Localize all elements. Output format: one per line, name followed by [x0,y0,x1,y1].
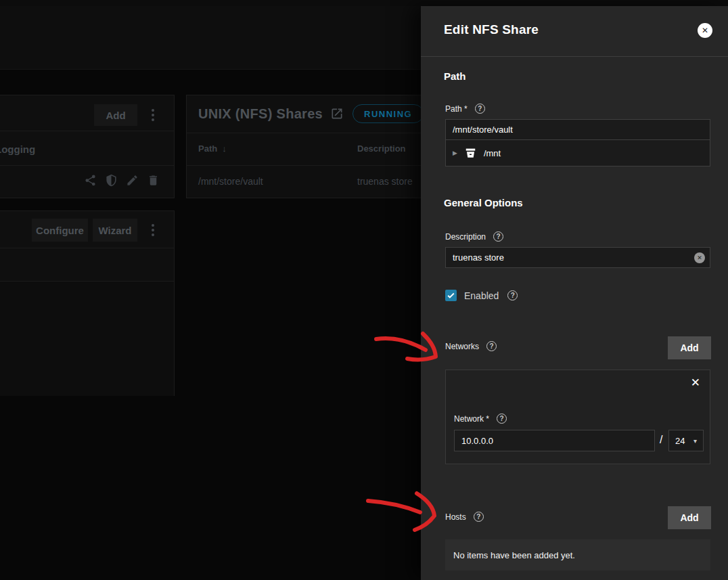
hosts-empty-state: No items have been added yet. [445,539,710,571]
screen: Add Logging Configure Wizard UNIX (NFS) … [0,0,728,580]
network-help-icon[interactable]: ? [497,414,507,424]
networks-help-icon[interactable]: ? [486,341,497,351]
nfs-card-header: UNIX (NFS) Shares RUNNING [198,104,424,123]
column-header-description: Description [357,143,406,154]
network-input[interactable] [454,430,655,451]
add-network-button[interactable]: Add [668,336,711,359]
status-badge: RUNNING [352,104,424,123]
description-input[interactable] [445,247,710,268]
divider [0,165,174,166]
add-host-button[interactable]: Add [668,506,711,529]
panel-title: Edit NFS Share [444,22,539,37]
panel-header: Edit NFS Share ✕ [421,6,728,57]
wizard-button[interactable]: Wizard [93,219,137,242]
row-label: Logging [0,143,35,155]
configure-button[interactable]: Configure [32,219,88,242]
divider [187,165,432,166]
edit-nfs-share-panel: Edit NFS Share ✕ Path Path * ? ▶ /mnt Ge… [421,6,728,580]
card-nfs-shares: UNIX (NFS) Shares RUNNING Path ↓ Descrip… [186,95,433,198]
path-input[interactable] [445,119,710,140]
path-field-label: Path * [445,104,468,114]
enabled-checkbox[interactable] [445,290,457,301]
remove-network-icon[interactable]: ✕ [691,376,700,390]
cidr-separator: / [660,434,662,446]
kebab-menu-icon[interactable] [152,109,154,121]
chevron-down-icon: ▾ [693,437,697,445]
path-field-label-row: Path * ? [445,104,485,114]
row-actions [84,174,160,187]
close-glyph: ✕ [702,26,708,35]
share-icon[interactable] [84,174,97,187]
divider [0,131,174,131]
divider [187,133,432,133]
expander-icon[interactable]: ▶ [453,150,457,156]
enabled-label: Enabled [464,290,499,301]
path-help-icon[interactable]: ? [475,104,485,114]
column-header-path-label: Path [198,143,217,154]
network-entry-card: ✕ Network * ? / 24 ▾ [445,370,710,464]
description-help-icon[interactable]: ? [493,231,503,242]
hosts-label-row: Hosts ? [445,512,484,522]
card-blocks: Add Logging [0,95,175,198]
card-service-config: Configure Wizard [0,210,175,396]
networks-label-row: Networks ? [445,341,497,351]
network-field-label-row: Network * ? [454,414,507,424]
add-button[interactable]: Add [94,104,137,126]
description-field-label: Description [445,232,486,242]
close-icon[interactable]: ✕ [698,23,712,38]
description-field-label-row: Description ? [445,231,503,242]
column-header-path[interactable]: Path ↓ [198,143,227,154]
hosts-empty-message: No items have been added yet. [453,550,575,560]
clear-description-icon[interactable]: ✕ [694,252,705,263]
enabled-help-icon[interactable]: ? [507,290,518,300]
section-heading-path: Path [444,70,466,82]
hosts-help-icon[interactable]: ? [474,512,484,522]
networks-label: Networks [445,342,479,351]
dataset-icon [463,147,478,159]
sort-desc-icon: ↓ [222,143,227,154]
open-in-new-icon[interactable] [330,107,344,120]
check-icon [447,291,455,300]
clear-glyph: ✕ [697,254,702,261]
network-field-label: Network * [454,414,489,424]
card-body [0,282,174,396]
enabled-row: Enabled ? [445,290,518,301]
prefix-value: 24 [675,436,685,446]
edit-icon[interactable] [126,174,139,187]
table-row-path-cell[interactable]: /mnt/store/vault [198,176,263,187]
delete-icon[interactable] [147,174,160,187]
window-top-strip [0,0,728,6]
prefix-select[interactable]: 24 ▾ [668,430,704,451]
section-heading-general: General Options [444,197,523,208]
hosts-label: Hosts [445,512,466,522]
shield-acl-icon[interactable] [105,174,118,187]
divider [0,248,174,248]
tree-node-mnt[interactable]: ▶ /mnt [445,140,710,166]
kebab-menu-icon[interactable] [152,224,154,236]
tree-node-label: /mnt [484,148,501,158]
top-navbar [0,6,421,70]
table-row-description-cell[interactable]: truenas store [357,176,413,187]
nfs-card-title: UNIX (NFS) Shares [198,106,323,122]
